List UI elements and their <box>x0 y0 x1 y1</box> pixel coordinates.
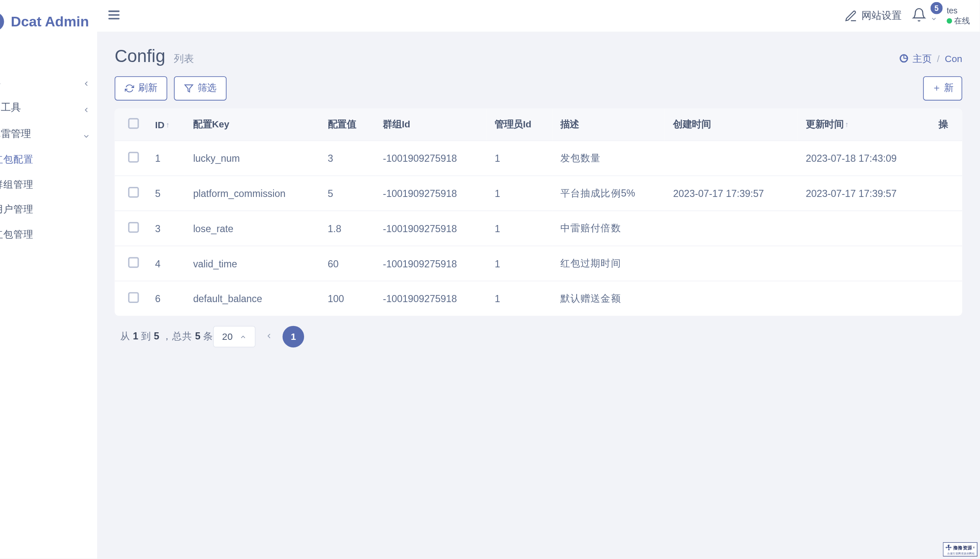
cell-admin-id: 1 <box>487 246 552 281</box>
table-row: 5platform_commission5-10019092759181平台抽成… <box>115 176 962 211</box>
cell-group-id: -1001909275918 <box>375 246 487 281</box>
cell-id: 3 <box>147 211 185 246</box>
cell-key: lucky_num <box>185 141 320 176</box>
breadcrumb-current[interactable]: Con <box>945 53 962 64</box>
sidebar-sub-user[interactable]: 用户管理 <box>0 197 97 222</box>
col-group-id[interactable]: 群组Id <box>375 109 487 140</box>
chevron-left-icon <box>82 104 89 111</box>
cell-id: 5 <box>147 176 185 211</box>
site-settings-link[interactable]: 网站设置 <box>844 9 902 23</box>
svg-marker-3 <box>185 85 193 92</box>
sidebar-item-home[interactable]: 页 <box>0 42 97 68</box>
cell-group-id: -1001909275918 <box>375 176 487 211</box>
brand[interactable]: Dcat Admin <box>0 5 97 42</box>
new-button[interactable]: ＋ 新 <box>923 76 962 101</box>
page-subtitle: 列表 <box>174 53 194 64</box>
col-updated[interactable]: 更新时间↑ <box>798 109 931 140</box>
cell-id: 4 <box>147 246 185 281</box>
cell-admin-id: 1 <box>487 211 552 246</box>
cell-id: 6 <box>147 281 185 316</box>
table-row: 4valid_time60-10019092759181红包过期时间 <box>115 246 962 281</box>
page-size-select[interactable]: 20 <box>213 326 255 348</box>
sidebar-item-devtools[interactable]: 发工具 <box>0 94 97 121</box>
site-settings-label: 网站设置 <box>861 10 902 23</box>
watermark-logo-icon <box>946 544 952 552</box>
cell-created <box>665 211 798 246</box>
cell-ops <box>931 211 962 246</box>
cell-group-id: -1001909275918 <box>375 281 487 316</box>
svg-rect-1 <box>108 14 120 16</box>
cell-updated: 2023-07-18 17:43:09 <box>798 141 931 176</box>
sidebar-sub-config[interactable]: 红包配置 <box>0 147 97 172</box>
page-prev-button[interactable] <box>258 325 280 347</box>
cell-ops <box>931 176 962 211</box>
table-row: 6default_balance100-10019092759181默认赠送金额 <box>115 281 962 316</box>
cell-created <box>665 246 798 281</box>
cell-value: 3 <box>320 141 375 176</box>
select-all-checkbox[interactable] <box>128 118 139 129</box>
data-table: ID↑ 配置Key 配置值 群组Id 管理员Id 描述 创建时间 更新时间↑ 操… <box>115 109 962 316</box>
cell-created <box>665 141 798 176</box>
sidebar-sub-group[interactable]: 群组管理 <box>0 172 97 197</box>
row-checkbox[interactable] <box>128 292 139 303</box>
cell-ops <box>931 281 962 316</box>
pagination-summary: 从 1 到 5 ，总共 5 条 <box>120 330 214 343</box>
row-checkbox[interactable] <box>128 222 139 233</box>
topbar: 网站设置 5 tes 在线 <box>97 0 980 32</box>
sidebar-item-redpacket[interactable]: 包雷管理 <box>0 121 97 147</box>
notifications-badge: 5 <box>931 2 943 14</box>
online-dot-icon <box>946 18 952 24</box>
cell-ops <box>931 246 962 281</box>
cell-updated: 2023-07-17 17:39:57 <box>798 176 931 211</box>
page-current[interactable]: 1 <box>283 326 304 348</box>
cell-created: 2023-07-17 17:39:57 <box>665 176 798 211</box>
row-checkbox[interactable] <box>128 187 139 198</box>
cell-id: 1 <box>147 141 185 176</box>
page-title: Config <box>115 46 165 66</box>
cell-desc: 发包数量 <box>552 141 665 176</box>
cell-value: 5 <box>320 176 375 211</box>
breadcrumb: 主页 / Con <box>899 53 962 65</box>
brand-logo-icon <box>0 12 4 31</box>
user-status: 在线 <box>946 16 970 26</box>
chevron-left-icon <box>82 78 89 85</box>
col-admin-id[interactable]: 管理员Id <box>487 109 552 140</box>
col-key[interactable]: 配置Key <box>185 109 320 140</box>
sidebar-sub-packet[interactable]: 红包管理 <box>0 222 97 247</box>
col-desc[interactable]: 描述 <box>552 109 665 140</box>
cell-group-id: -1001909275918 <box>375 141 487 176</box>
sidebar-item-system[interactable]: 统 <box>0 68 97 95</box>
chevron-up-icon <box>240 333 247 341</box>
chevron-down-icon <box>82 131 89 137</box>
refresh-button[interactable]: 刷新 <box>115 76 168 101</box>
col-ops[interactable]: 操 <box>931 109 962 140</box>
notifications-button[interactable]: 5 <box>911 7 937 25</box>
user-info[interactable]: tes 在线 <box>946 6 970 26</box>
watermark: 撸撸资源® 自媒互联网资源的网站 <box>943 542 977 556</box>
breadcrumb-home[interactable]: 主页 <box>913 53 931 64</box>
col-id[interactable]: ID↑ <box>147 109 185 140</box>
cell-desc: 中雷赔付倍数 <box>552 211 665 246</box>
brand-text: Dcat Admin <box>11 13 89 30</box>
row-checkbox[interactable] <box>128 152 139 163</box>
cell-admin-id: 1 <box>487 281 552 316</box>
svg-rect-0 <box>108 10 120 12</box>
cell-admin-id: 1 <box>487 176 552 211</box>
cell-desc: 平台抽成比例5% <box>552 176 665 211</box>
filter-button[interactable]: 筛选 <box>174 76 227 101</box>
cell-key: valid_time <box>185 246 320 281</box>
cell-updated <box>798 246 931 281</box>
hamburger-icon[interactable] <box>106 7 121 25</box>
cell-key: default_balance <box>185 281 320 316</box>
svg-rect-2 <box>108 18 120 19</box>
dashboard-icon <box>899 53 910 64</box>
username: tes <box>946 6 970 16</box>
cell-value: 1.8 <box>320 211 375 246</box>
cell-desc: 默认赠送金额 <box>552 281 665 316</box>
col-value[interactable]: 配置值 <box>320 109 375 140</box>
col-created[interactable]: 创建时间 <box>665 109 798 140</box>
cell-value: 60 <box>320 246 375 281</box>
row-checkbox[interactable] <box>128 257 139 268</box>
cell-admin-id: 1 <box>487 141 552 176</box>
cell-updated <box>798 281 931 316</box>
